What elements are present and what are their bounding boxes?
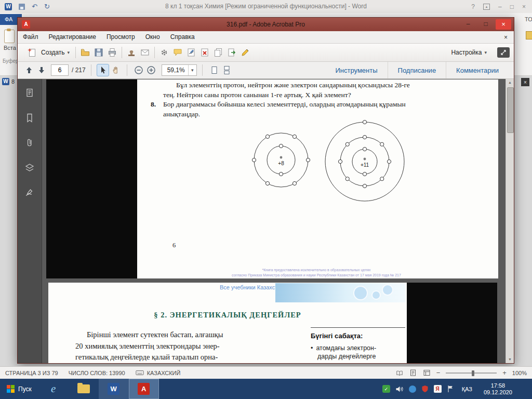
zoom-in-icon[interactable]: + xyxy=(502,369,507,376)
word-app-icon[interactable]: W xyxy=(5,3,12,10)
taskbar: Пуск e W A ✓ Я ҚАЗ xyxy=(0,379,532,399)
clipboard-group-label: Буфер xyxy=(3,58,19,64)
pane-close-icon[interactable]: × xyxy=(521,78,529,86)
word-minimize-icon[interactable]: – xyxy=(498,3,502,10)
open-file-icon[interactable] xyxy=(78,46,92,59)
taskbar-explorer-button[interactable] xyxy=(69,379,99,399)
single-page-view-icon[interactable] xyxy=(208,64,220,76)
comment-icon[interactable] xyxy=(171,46,184,59)
copy-pages-icon[interactable] xyxy=(211,46,225,59)
zoom-slider-thumb[interactable] xyxy=(472,370,474,376)
taskbar-clock[interactable]: 17:58 09.12.2020 xyxy=(481,382,518,396)
zoom-out-icon[interactable] xyxy=(132,64,145,76)
save-icon[interactable] xyxy=(92,46,105,59)
menu-view[interactable]: Просмотр xyxy=(101,31,140,43)
scroll-up-icon[interactable]: ▲ xyxy=(506,79,514,86)
tab-tools[interactable]: Инструменты xyxy=(325,62,387,78)
acrobat-titlebar[interactable]: A 316.pdf - Adobe Acrobat Pro – □ × xyxy=(18,18,514,31)
attachments-icon[interactable] xyxy=(22,136,37,150)
paste-icon[interactable] xyxy=(4,30,15,43)
redo-icon[interactable]: ↻ xyxy=(44,3,50,10)
page-thumbnails-icon[interactable] xyxy=(22,86,37,100)
word-restore-icon[interactable]: □ xyxy=(510,3,514,10)
tray-volume-icon[interactable] xyxy=(395,385,404,393)
next-page-icon[interactable] xyxy=(35,64,48,76)
word-doc-badge: 8 xyxy=(11,78,15,85)
stamp-icon[interactable] xyxy=(125,46,138,59)
toolbar-separator xyxy=(91,64,91,76)
taskbar-word-button[interactable]: W xyxy=(99,379,129,399)
gear-icon[interactable] xyxy=(157,46,171,59)
page-number-input[interactable] xyxy=(51,64,69,76)
start-button[interactable]: Пуск xyxy=(0,379,38,399)
signatures-icon[interactable] xyxy=(22,186,37,200)
edit-icon[interactable] xyxy=(238,46,252,59)
tray-app-icon[interactable]: Я xyxy=(434,385,442,393)
zoom-percentage[interactable]: 100% xyxy=(512,370,527,376)
layers-icon[interactable] xyxy=(22,161,37,175)
email-icon[interactable] xyxy=(138,46,152,59)
word-close-icon[interactable]: × xyxy=(522,3,526,10)
paste-label[interactable]: Вста xyxy=(4,45,16,51)
print-icon[interactable] xyxy=(105,46,119,59)
document-close-icon[interactable]: × xyxy=(504,34,514,41)
fullscreen-toggle-icon[interactable] xyxy=(497,47,510,58)
export-icon[interactable] xyxy=(225,46,238,59)
tab-sign[interactable]: Подписание xyxy=(388,62,446,78)
read-mode-button[interactable] xyxy=(396,369,404,376)
create-button[interactable]: Создать ▾ xyxy=(22,46,73,59)
undo-icon[interactable]: ↶ xyxy=(32,3,37,10)
help-icon[interactable]: ? xyxy=(471,3,475,10)
word-count[interactable]: ЧИСЛО СЛОВ: 13990 xyxy=(69,370,125,376)
taskbar-language-indicator[interactable]: ҚАЗ xyxy=(462,386,472,392)
menu-help[interactable]: Справка xyxy=(165,31,200,43)
caret-down-icon: ▾ xyxy=(68,50,70,55)
ribbon-options-icon[interactable]: ▴ xyxy=(483,4,490,10)
acrobat-minimize-icon[interactable]: – xyxy=(460,19,476,30)
pdf-page-2: Все учебники Казахстана на OKULYK.KZ § 2… xyxy=(48,283,407,363)
sign-icon[interactable] xyxy=(184,46,198,59)
previous-page-icon[interactable] xyxy=(23,64,35,76)
acrobat-toolbar: Создать ▾ xyxy=(18,44,514,62)
web-layout-button[interactable] xyxy=(423,369,431,376)
settings-button[interactable]: Настройка ▾ xyxy=(448,46,490,59)
scrolling-view-icon[interactable] xyxy=(220,64,233,76)
print-layout-button[interactable] xyxy=(409,369,417,376)
word-ribbon-tab-partial[interactable]: ТО xyxy=(525,16,532,22)
tray-security-icon[interactable]: ✓ xyxy=(382,385,390,393)
zoom-in-icon[interactable] xyxy=(145,64,157,76)
vertical-scrollbar[interactable]: ▲ ▼ xyxy=(506,79,514,363)
save-icon[interactable] xyxy=(19,4,25,10)
delete-pages-icon[interactable] xyxy=(198,46,211,59)
document-view[interactable]: Бұл элементтің протон, нейтрон және элек… xyxy=(42,79,506,363)
hand-tool-icon[interactable] xyxy=(109,64,122,76)
taskbar-acrobat-button[interactable]: A xyxy=(129,379,159,399)
scroll-down-icon[interactable]: ▼ xyxy=(506,356,514,363)
tray-antivirus-icon[interactable] xyxy=(421,385,429,393)
tab-comments[interactable]: Комментарии xyxy=(446,62,509,78)
zoom-level-select[interactable]: 59,1% ▾ xyxy=(162,64,197,76)
page-info[interactable]: СТРАНИЦА 3 ИЗ 79 xyxy=(5,370,58,376)
language-indicator[interactable]: КАЗАХСКИЙ xyxy=(147,370,181,376)
textbook-header-image xyxy=(275,283,406,302)
taskbar-ie-button[interactable]: e xyxy=(38,379,69,399)
lesson-goals-title: Бүгінгі сабақта: xyxy=(311,332,405,340)
scrollbar-thumb[interactable] xyxy=(507,87,514,133)
select-tool-icon[interactable] xyxy=(97,64,109,76)
paragraph-line: Бұл элементтің протон, нейтрон және элек… xyxy=(163,81,479,90)
ribbon-button-partial-icon[interactable] xyxy=(526,31,532,39)
bookmarks-icon[interactable] xyxy=(22,111,37,125)
acrobat-close-icon[interactable]: × xyxy=(496,19,511,30)
tray-network-icon[interactable] xyxy=(409,385,416,393)
acrobat-window-title: 316.pdf - Adobe Acrobat Pro xyxy=(96,18,436,31)
menu-file[interactable]: Файл xyxy=(18,31,44,43)
zoom-slider[interactable] xyxy=(446,370,497,376)
tray-flag-icon[interactable] xyxy=(447,385,454,393)
word-window-controls: ? ▴ – □ × xyxy=(471,3,532,10)
folder-icon xyxy=(77,384,90,393)
word-document-item[interactable]: W 8 xyxy=(2,78,15,85)
menu-window[interactable]: Окно xyxy=(140,31,165,43)
acrobat-maximize-icon[interactable]: □ xyxy=(478,19,494,30)
menu-edit[interactable]: Редактирование xyxy=(44,31,101,43)
zoom-out-icon[interactable]: − xyxy=(436,369,441,376)
